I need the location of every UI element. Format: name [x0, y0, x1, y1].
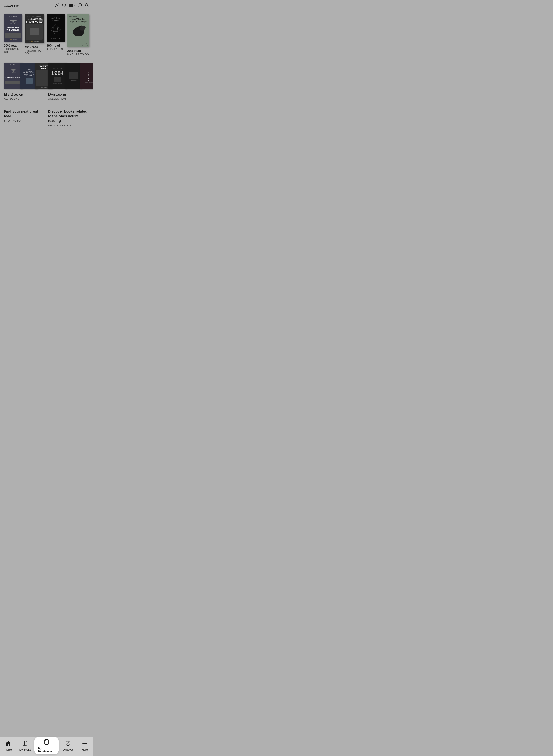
promo-related-reads[interactable]: Discover books related to the ones you'r…	[48, 106, 89, 127]
book-progress-war: 20% read	[4, 44, 22, 47]
book-cover-three-body: THETHREE-BODYPROBLEM CIXIN LIU	[47, 14, 65, 42]
library-item-dystopian[interactable]: ○○○○○○ 4 5 1 1984 GEORGE ORWELL Ray Brad…	[48, 62, 89, 100]
book-item-three-body[interactable]: THETHREE-BODYPROBLEM CIXIN LIU 80% read …	[47, 14, 65, 56]
svg-line-33	[15, 72, 16, 73]
svg-point-12	[78, 3, 82, 7]
book-progress-cagedbird: 20% read	[67, 49, 89, 53]
library-section: H. G. WELLS THE WAR OF THE WORLDS A kobo…	[4, 62, 89, 100]
svg-point-26	[55, 25, 56, 26]
nav-item-my-books[interactable]: My Books	[17, 737, 33, 754]
svg-point-9	[64, 7, 64, 7]
books-icon	[22, 741, 28, 747]
my-books-title: My Books	[4, 92, 45, 97]
search-icon[interactable]	[84, 3, 89, 8]
sync-icon	[77, 3, 82, 8]
svg-rect-11	[69, 4, 73, 7]
bottom-nav: Home My Books My Notebooks	[0, 737, 93, 756]
nav-label-my-books: My Books	[19, 748, 31, 751]
reading-grid: H. G. WELLS THE WAR OF THE WORLDS A kobo…	[4, 14, 89, 56]
book-item-caged-bird[interactable]: Maya Angelou I Know Why the Caged Bird S…	[67, 14, 89, 56]
svg-point-0	[56, 5, 58, 6]
main-content: H. G. WELLS THE WAR OF THE WORLDS A kobo…	[0, 10, 93, 148]
book-item-telegrams[interactable]: West End Phoenix TELEGRAMS FROM HOME A k…	[24, 14, 44, 56]
dystopian-title: Dystopian	[48, 92, 89, 97]
nav-item-home[interactable]: Home	[0, 737, 17, 754]
svg-point-24	[57, 28, 59, 29]
svg-line-17	[10, 23, 11, 24]
svg-rect-37	[45, 740, 49, 744]
dystopian-stack: ○○○○○○ 4 5 1 1984 GEORGE ORWELL Ray Brad…	[48, 62, 89, 90]
svg-marker-43	[68, 742, 69, 744]
svg-line-6	[58, 6, 59, 7]
svg-line-30	[12, 72, 13, 73]
battery-icon	[69, 4, 75, 8]
my-books-count: 417 Books	[4, 97, 45, 100]
svg-point-25	[54, 31, 54, 32]
svg-point-22	[51, 27, 60, 31]
promo-related-reads-label: Related Reads	[48, 124, 89, 127]
nav-label-discover: Discover	[63, 748, 73, 751]
svg-marker-44	[67, 742, 69, 744]
nav-item-discover[interactable]: Discover	[60, 737, 76, 754]
book-time-threebody: 3 Hours to Go	[47, 48, 65, 54]
svg-line-14	[87, 6, 89, 7]
svg-line-32	[14, 72, 14, 73]
nav-item-my-notebooks[interactable]: My Notebooks	[34, 737, 59, 754]
promo-shop-kobo[interactable]: Find your next great read Shop Kobo	[4, 106, 45, 127]
nav-label-home: Home	[5, 748, 12, 751]
book-progress-telegrams: 40% read	[24, 45, 44, 49]
book-time-war: 8 Hours to Go	[4, 48, 22, 54]
promo-shop-kobo-label: Shop Kobo	[4, 119, 45, 122]
book-cover-war-of-worlds: H. G. WELLS THE WAR OF THE WORLDS A kobo…	[4, 14, 22, 42]
status-time: 12:34 PM	[4, 4, 19, 8]
compass-icon	[65, 741, 71, 747]
status-bar: 12:34 PM	[0, 0, 93, 10]
svg-line-29	[11, 72, 12, 73]
svg-line-8	[55, 6, 56, 7]
svg-line-20	[14, 23, 14, 24]
home-icon	[5, 741, 11, 747]
menu-icon	[82, 741, 87, 747]
svg-line-18	[11, 23, 12, 24]
status-icons	[54, 3, 89, 8]
notebook-icon	[44, 739, 49, 746]
nav-label-more: More	[82, 748, 87, 751]
book-cover-caged-bird: Maya Angelou I Know Why the Caged Bird S…	[67, 14, 89, 47]
svg-line-5	[55, 4, 56, 4]
svg-rect-16	[12, 21, 14, 23]
svg-line-21	[15, 23, 16, 24]
dystopian-type: Collection	[48, 97, 89, 100]
nav-label-my-notebooks: My Notebooks	[38, 747, 55, 752]
promo-shop-kobo-title: Find your next great read	[4, 109, 45, 118]
book-time-telegrams: 4 Hours to Go	[24, 49, 44, 55]
brightness-icon	[54, 3, 59, 8]
svg-rect-28	[13, 70, 14, 72]
wifi-icon	[62, 3, 66, 8]
book-progress-threebody: 80% read	[47, 44, 65, 47]
promo-related-reads-title: Discover books related to the ones you'r…	[48, 109, 89, 123]
svg-rect-34	[23, 741, 24, 746]
promo-section: Find your next great read Shop Kobo Disc…	[4, 106, 89, 127]
library-item-my-books[interactable]: H. G. WELLS THE WAR OF THE WORLDS A kobo…	[4, 62, 45, 100]
book-time-cagedbird: 8 Hours to Go	[67, 53, 89, 56]
my-books-stack: H. G. WELLS THE WAR OF THE WORLDS A kobo…	[4, 62, 45, 90]
book-cover-telegrams: West End Phoenix TELEGRAMS FROM HOME A k…	[24, 14, 44, 43]
book-item-war-of-worlds[interactable]: H. G. WELLS THE WAR OF THE WORLDS A kobo…	[4, 14, 22, 56]
nav-item-more[interactable]: More	[76, 737, 93, 754]
svg-line-7	[58, 4, 59, 4]
